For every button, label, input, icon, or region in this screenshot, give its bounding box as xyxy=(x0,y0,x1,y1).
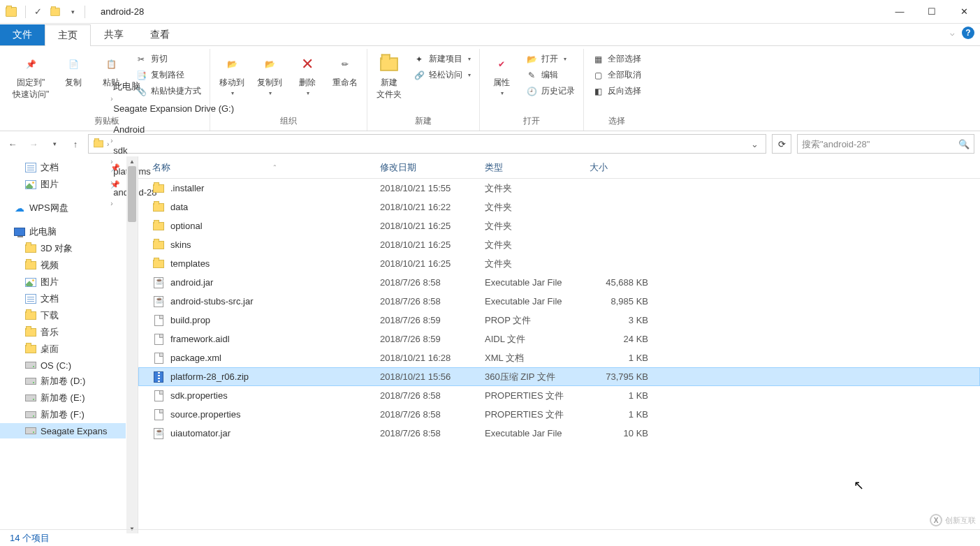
file-row[interactable]: uiautomator.jar 2018/7/26 8:58 Executabl… xyxy=(138,424,980,443)
breadcrumb-sep[interactable]: › xyxy=(110,95,112,103)
search-box[interactable]: 🔍 xyxy=(797,134,974,154)
file-icon xyxy=(152,390,165,402)
breadcrumb-sep[interactable]: › xyxy=(107,140,109,148)
file-date: 2018/10/21 16:25 xyxy=(380,221,485,231)
file-row[interactable]: android.jar 2018/7/26 8:58 Executable Ja… xyxy=(138,273,980,292)
sidebar-item[interactable]: 视频 xyxy=(0,257,126,274)
sidebar-item[interactable]: 3D 对象 xyxy=(0,240,126,257)
file-icon xyxy=(152,352,165,364)
file-row[interactable]: source.properties 2018/7/26 8:58 PROPERT… xyxy=(138,405,980,424)
search-icon[interactable]: 🔍 xyxy=(958,139,970,149)
sidebar-item-wps[interactable]: ☁WPS网盘 xyxy=(0,200,126,216)
title-bar-left: ✓ ▾ android-28 xyxy=(0,6,144,18)
tab-share[interactable]: 共享 xyxy=(91,24,137,45)
edit-button[interactable]: ✎编辑 xyxy=(522,68,579,82)
qat-dropdown-icon[interactable]: ▾ xyxy=(66,6,79,18)
close-button[interactable]: ✕ xyxy=(948,1,980,23)
sidebar-item[interactable]: 新加卷 (F:) xyxy=(0,406,126,423)
sidebar-item[interactable]: 图片📌 xyxy=(0,176,126,193)
breadcrumb-sep[interactable]: › xyxy=(110,137,112,145)
tab-file[interactable]: 文件 xyxy=(0,24,45,45)
breadcrumb-segment[interactable]: Seagate Expansion Drive (G:) xyxy=(110,103,237,114)
address-bar[interactable]: › 此电脑›Seagate Expansion Drive (G:)›Andro… xyxy=(88,134,766,154)
file-date: 2018/10/21 16:22 xyxy=(380,202,485,212)
file-row[interactable]: framework.aidl 2018/7/26 8:59 AIDL 文件 24… xyxy=(138,330,980,348)
file-row[interactable]: build.prop 2018/7/26 8:59 PROP 文件 3 KB xyxy=(138,311,980,330)
column-headers: 名称⌃ 修改日期 类型 大小 xyxy=(138,156,980,179)
sidebar-item-this-pc[interactable]: 此电脑 xyxy=(0,223,126,240)
sidebar-item[interactable]: 新加卷 (D:) xyxy=(0,373,126,390)
rename-button[interactable]: ✏重命名 xyxy=(328,52,363,90)
file-type: 文件夹 xyxy=(485,182,590,195)
recent-locations-button[interactable]: ▾ xyxy=(47,140,61,147)
sidebar-item[interactable]: OS (C:) xyxy=(0,357,126,373)
copy-to-button[interactable]: 📂复制到▾ xyxy=(252,52,287,98)
breadcrumb-sep[interactable]: › xyxy=(110,116,112,124)
maximize-button[interactable]: ☐ xyxy=(916,1,948,23)
file-row[interactable]: android-stubs-src.jar 2018/7/26 8:58 Exe… xyxy=(138,292,980,311)
qat-folder-icon[interactable] xyxy=(50,8,60,16)
sidebar-item-label: 文档 xyxy=(41,161,59,174)
breadcrumb-segment[interactable]: Android xyxy=(110,124,237,135)
properties-button[interactable]: ✔属性▾ xyxy=(484,52,519,98)
refresh-button[interactable]: ⟳ xyxy=(772,134,791,154)
breadcrumb-segment[interactable]: 此电脑 xyxy=(110,80,237,93)
history-button[interactable]: 🕘历史记录 xyxy=(522,84,579,98)
column-type[interactable]: 类型 xyxy=(485,161,590,174)
watermark-icon: X xyxy=(930,514,942,526)
address-dropdown-button[interactable]: ⌄ xyxy=(747,139,763,149)
file-row[interactable]: .installer 2018/10/21 15:55 文件夹 xyxy=(138,179,980,198)
file-row[interactable]: platform-28_r06.zip 2018/10/21 15:56 360… xyxy=(138,367,980,386)
select-all-button[interactable]: ▦全部选择 xyxy=(588,52,645,66)
cut-button[interactable]: ✂剪切 xyxy=(131,52,205,66)
sidebar-item[interactable]: Seagate Expans xyxy=(0,423,126,438)
sidebar-item[interactable]: 桌面 xyxy=(0,341,126,357)
status-bar: 14 个项目 xyxy=(0,529,980,546)
sidebar-item[interactable]: 新加卷 (E:) xyxy=(0,390,126,406)
file-row[interactable]: optional 2018/10/21 16:25 文件夹 xyxy=(138,216,980,235)
tab-view[interactable]: 查看 xyxy=(137,24,183,45)
help-icon[interactable]: ? xyxy=(962,27,974,39)
sidebar-item[interactable]: 图片 xyxy=(0,274,126,290)
scroll-thumb[interactable] xyxy=(128,166,136,222)
sidebar-item[interactable]: 音乐 xyxy=(0,324,126,341)
tab-home[interactable]: 主页 xyxy=(45,24,91,46)
breadcrumb-segment[interactable]: sdk xyxy=(110,145,237,156)
sidebar-item[interactable]: 文档📌 xyxy=(0,159,126,176)
select-none-button[interactable]: ▢全部取消 xyxy=(588,68,645,82)
new-folder-button[interactable]: 新建 文件夹 xyxy=(372,52,407,102)
up-button[interactable]: ↑ xyxy=(68,139,82,149)
collapse-ribbon-icon[interactable]: ⌵ xyxy=(950,29,955,38)
sidebar-item[interactable]: 下载 xyxy=(0,307,126,324)
open-button[interactable]: 📂打开▾ xyxy=(522,52,579,66)
sidebar-item[interactable]: 文档 xyxy=(0,290,126,307)
column-size[interactable]: 大小 xyxy=(590,161,652,174)
minimize-button[interactable]: — xyxy=(884,1,916,23)
file-size: 45,688 KB xyxy=(590,277,652,288)
pin-to-quick-access-button[interactable]: 📌 固定到" 快速访问" xyxy=(8,52,53,102)
qat-check-icon[interactable]: ✓ xyxy=(31,6,44,18)
new-item-button[interactable]: ✦新建项目▾ xyxy=(409,52,475,66)
forward-button[interactable]: → xyxy=(27,139,41,149)
sidebar-item-label: 新加卷 (D:) xyxy=(41,375,85,388)
jar-icon xyxy=(152,295,165,308)
file-row[interactable]: package.xml 2018/10/21 16:28 XML 文档 1 KB xyxy=(138,348,980,367)
column-date[interactable]: 修改日期 xyxy=(380,161,485,174)
status-item-count: 14 个项目 xyxy=(10,532,50,545)
scroll-up-icon[interactable]: ▲ xyxy=(126,156,138,166)
file-row[interactable]: templates 2018/10/21 16:25 文件夹 xyxy=(138,254,980,273)
file-name: platform-28_r06.zip xyxy=(170,371,249,382)
sidebar-scrollbar[interactable]: ▲ ▼ xyxy=(126,156,138,533)
easy-access-button[interactable]: 🔗轻松访问▾ xyxy=(409,68,475,82)
search-input[interactable] xyxy=(802,139,958,149)
file-row[interactable]: data 2018/10/21 16:22 文件夹 xyxy=(138,198,980,216)
delete-button[interactable]: ✕删除▾ xyxy=(290,52,325,98)
copy-button[interactable]: 📄 复制 xyxy=(56,52,91,90)
invert-selection-button[interactable]: ◧反向选择 xyxy=(588,84,645,98)
file-row[interactable]: skins 2018/10/21 16:25 文件夹 xyxy=(138,235,980,254)
back-button[interactable]: ← xyxy=(6,139,20,149)
file-row[interactable]: sdk.properties 2018/7/26 8:58 PROPERTIES… xyxy=(138,386,980,405)
sidebar-item-label: 图片 xyxy=(41,276,59,288)
file-type: Executable Jar File xyxy=(485,277,590,288)
sidebar-item-label: 3D 对象 xyxy=(41,242,73,255)
